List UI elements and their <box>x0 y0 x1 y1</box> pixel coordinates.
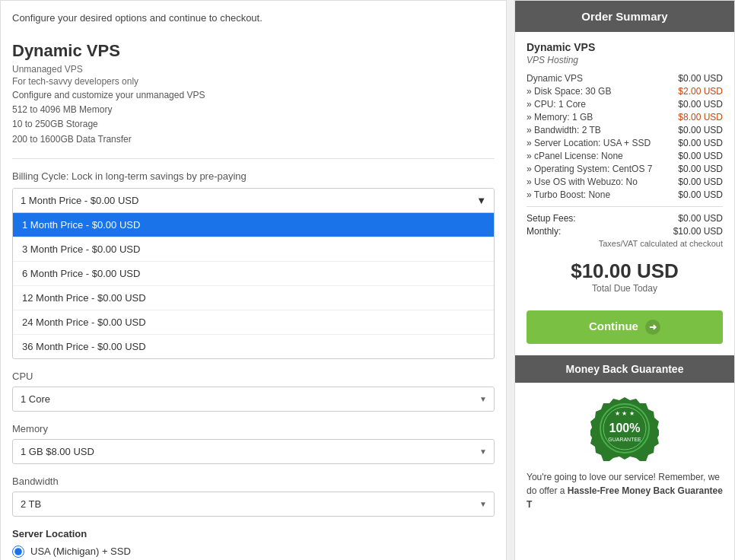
billing-options-list: 1 Month Price - $0.00 USD 3 Month Price … <box>13 213 494 358</box>
billing-option-3month[interactable]: 3 Month Price - $0.00 USD <box>13 237 494 262</box>
cpu-label: CPU <box>12 371 495 382</box>
arrow-right-icon: ➜ <box>645 320 660 335</box>
page-header: Configure your desired options and conti… <box>12 12 495 30</box>
order-line-disk: » Disk Space: 30 GB $2.00 USD <box>527 86 723 97</box>
order-divider <box>527 206 723 207</box>
order-line-server-loc: » Server Location: USA + SSD $0.00 USD <box>527 138 723 148</box>
billing-option-12month[interactable]: 12 Month Price - $0.00 USD <box>13 286 494 310</box>
order-line-os: » Operating System: CentOS 7 $0.00 USD <box>527 164 723 174</box>
divider <box>12 158 495 159</box>
chevron-down-icon: ▼ <box>476 195 486 206</box>
svg-text:100%: 100% <box>609 422 641 434</box>
billing-dropdown-header[interactable]: 1 Month Price - $0.00 USD ▼ <box>13 189 494 213</box>
server-location-michigan-radio[interactable] <box>12 546 24 558</box>
left-panel: Configure your desired options and conti… <box>0 0 507 560</box>
cpu-select-wrapper: 1 Core 2 Cores 4 Cores <box>12 387 495 412</box>
order-line-vps: Dynamic VPS $0.00 USD <box>527 73 723 84</box>
money-back-header: Money Back Guarantee <box>515 355 734 383</box>
continue-label: Continue <box>589 320 638 332</box>
grand-total-label: Total Due Today <box>527 283 723 294</box>
order-line-bandwidth: » Bandwidth: 2 TB $0.00 USD <box>527 125 723 135</box>
order-monthly-line: Monthly: $10.00 USD <box>527 226 723 237</box>
memory-select[interactable]: 1 GB $8.00 USD 2 GB $16.00 USD <box>12 439 495 464</box>
money-back-body: ★ ★ ★ 100% GUARANTEE You're going to lov… <box>515 383 734 523</box>
continue-button[interactable]: Continue ➜ <box>527 310 723 344</box>
billing-selected-label: 1 Month Price - $0.00 USD <box>21 195 138 206</box>
billing-option-6month[interactable]: 6 Month Price - $0.00 USD <box>13 262 494 286</box>
order-product-title: Dynamic VPS <box>527 41 723 53</box>
right-panel: Order Summary Dynamic VPS VPS Hosting Dy… <box>514 0 735 560</box>
order-line-turbo: » Turbo Boost: None $0.00 USD <box>527 189 723 200</box>
server-location-michigan-label: USA (Michigan) + SSD <box>30 546 131 557</box>
product-subtitle1: Unmanaged VPS <box>12 64 495 75</box>
svg-text:GUARANTEE: GUARANTEE <box>608 437 641 442</box>
billing-dropdown[interactable]: 1 Month Price - $0.00 USD ▼ 1 Month Pric… <box>12 188 495 359</box>
product-subtitle2: For tech-savvy developers only <box>12 76 495 87</box>
grand-total-amount: $10.00 USD <box>527 259 723 283</box>
bandwidth-select[interactable]: 2 TB 1 TB 3 TB <box>12 492 495 517</box>
order-line-cpanel: » cPanel License: None $0.00 USD <box>527 151 723 161</box>
order-setup-line: Setup Fees: $0.00 USD <box>527 213 723 224</box>
product-description: Configure and customize your unmanaged V… <box>12 88 495 147</box>
billing-option-1month[interactable]: 1 Month Price - $0.00 USD <box>13 213 494 237</box>
order-line-memory: » Memory: 1 GB $8.00 USD <box>527 112 723 123</box>
billing-option-24month[interactable]: 24 Month Price - $0.00 USD <box>13 310 494 335</box>
order-line-cpu: » CPU: 1 Core $0.00 USD <box>527 99 723 110</box>
product-title: Dynamic VPS <box>12 41 495 61</box>
money-back-badge: ★ ★ ★ 100% GUARANTEE <box>590 394 659 463</box>
tax-note: Taxes/VAT calculated at checkout <box>527 239 723 248</box>
order-summary-body: Dynamic VPS VPS Hosting Dynamic VPS $0.0… <box>515 32 734 310</box>
memory-label: Memory <box>12 423 495 434</box>
memory-select-wrapper: 1 GB $8.00 USD 2 GB $16.00 USD <box>12 439 495 464</box>
server-location-michigan[interactable]: USA (Michigan) + SSD <box>12 546 495 558</box>
order-summary-header: Order Summary <box>515 1 734 32</box>
billing-option-36month[interactable]: 36 Month Price - $0.00 USD <box>13 335 494 358</box>
server-location-label: Server Location <box>12 528 495 539</box>
cpu-select[interactable]: 1 Core 2 Cores 4 Cores <box>12 387 495 412</box>
svg-text:★ ★ ★: ★ ★ ★ <box>615 410 634 417</box>
grand-total: $10.00 USD Total Due Today <box>527 252 723 301</box>
order-product-sub: VPS Hosting <box>527 55 723 65</box>
order-line-webuzo: » Use OS with Webuzo: No $0.00 USD <box>527 177 723 187</box>
bandwidth-select-wrapper: 2 TB 1 TB 3 TB <box>12 492 495 517</box>
money-back-text: You're going to love our service! Rememb… <box>527 470 723 511</box>
bandwidth-label: Bandwidth <box>12 476 495 487</box>
billing-label: Billing Cycle: Lock in long-term savings… <box>12 170 495 182</box>
